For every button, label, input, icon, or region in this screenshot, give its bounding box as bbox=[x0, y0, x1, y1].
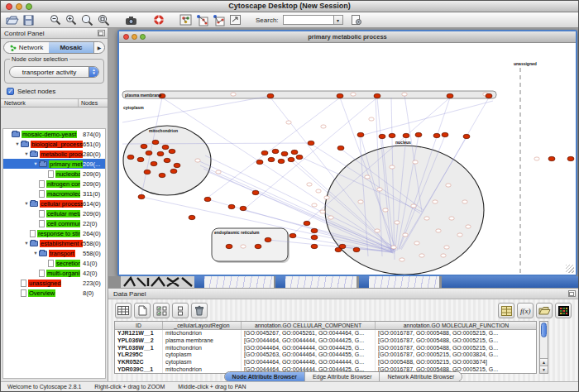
tree-item[interactable]: nucleobase-209(0) bbox=[3, 169, 105, 179]
table-cell[interactable]: [GO:0045263, GO:0044464, GO:0044455, G..… bbox=[242, 351, 376, 359]
table-cell[interactable]: [GO:0045267, GO:0045261, GO:0044464, G..… bbox=[242, 330, 376, 337]
help-lifering-icon[interactable] bbox=[153, 13, 165, 26]
tree-item[interactable]: nitrogen compo209(0) bbox=[3, 179, 105, 189]
tree-item[interactable]: response to stimul264(0) bbox=[3, 228, 105, 238]
tree-item[interactable]: multi-organism pro42(0) bbox=[3, 268, 105, 278]
tab-overflow-arrow[interactable]: ▶ bbox=[93, 42, 104, 53]
table-cell[interactable]: mitochondrion bbox=[163, 330, 242, 337]
formula-builder-icon[interactable]: f(x) bbox=[517, 303, 534, 318]
column-header[interactable]: _cellularLayoutRegion bbox=[163, 322, 242, 329]
background-window-fragment[interactable] bbox=[359, 276, 369, 288]
network-view-window[interactable]: primary metabolic process plasma membran… bbox=[117, 30, 577, 276]
background-window-fragment[interactable] bbox=[285, 276, 356, 288]
tree-item[interactable]: Overview8(0) bbox=[3, 288, 105, 298]
column-header[interactable]: ID bbox=[115, 322, 163, 329]
background-window-fragment[interactable] bbox=[121, 276, 200, 288]
tree-item[interactable]: cellular metabo209(0) bbox=[3, 208, 105, 218]
tree-item[interactable]: cell communicat22(0) bbox=[3, 218, 105, 228]
table-row[interactable]: YKR052Ccytoplasm[GO:0044464, GO:0044446,… bbox=[115, 359, 536, 366]
table-cell[interactable]: YPL036W__2 bbox=[115, 337, 163, 345]
table-cell[interactable]: [GO:0005488, GO:0005215, GO:0003674] bbox=[376, 359, 537, 366]
search-label: Search: bbox=[256, 17, 279, 24]
network-window-titlebar[interactable]: primary metabolic process bbox=[119, 31, 576, 43]
column-header[interactable]: annotation.GO CELLULAR_COMPONENT bbox=[242, 322, 376, 329]
background-window-fragment[interactable] bbox=[369, 276, 439, 288]
annotation-icon[interactable] bbox=[229, 13, 242, 26]
tree-item[interactable]: ▼metabolic process280(0) bbox=[3, 149, 105, 159]
select-attributes-icon[interactable] bbox=[153, 303, 170, 318]
tree-item[interactable]: macromolecule311(0) bbox=[3, 189, 105, 198]
table-cell[interactable]: mitochondrion bbox=[163, 345, 242, 352]
table-cell[interactable]: [GO:0016787, GO:0005488, GO:0005215, G..… bbox=[376, 330, 537, 337]
background-window-fragment[interactable] bbox=[275, 276, 285, 288]
table-row[interactable]: YPL036W__2plasma membrane[GO:0044464, GO… bbox=[115, 337, 536, 345]
tree-item[interactable]: ▼biological_process651(0) bbox=[3, 139, 105, 149]
background-window-fragment[interactable] bbox=[442, 276, 578, 288]
new-attribute-icon[interactable] bbox=[134, 303, 151, 318]
float-panel-icon[interactable] bbox=[98, 30, 105, 36]
table-cell[interactable]: YPL036W__1 bbox=[115, 345, 163, 352]
attribute-table-header[interactable]: ID_cellularLayoutRegionannotation.GO CEL… bbox=[115, 322, 536, 330]
table-cell[interactable]: YKR052C bbox=[115, 359, 163, 366]
layout-tool-icon-b[interactable] bbox=[213, 13, 225, 26]
table-vertical-scrollbar[interactable]: ▲ ▼ bbox=[539, 321, 548, 374]
table-cell[interactable]: [GO:0016787, GO:0005488, GO:0005215, G..… bbox=[376, 345, 537, 352]
tab-network-attribute-browser[interactable]: Network Attribute Browser bbox=[379, 372, 462, 381]
search-input[interactable] bbox=[283, 15, 334, 25]
tree-item[interactable]: ▼cellular process614(0) bbox=[3, 198, 105, 208]
search-options-icon[interactable] bbox=[351, 13, 362, 26]
table-cell[interactable]: plasma membrane bbox=[163, 337, 242, 345]
table-cell[interactable]: cytoplasm bbox=[163, 359, 242, 366]
resize-grip[interactable] bbox=[566, 265, 574, 273]
zoom-out-icon[interactable] bbox=[50, 13, 61, 26]
scrollbar-thumb[interactable] bbox=[541, 323, 547, 337]
tab-network[interactable]: Network bbox=[4, 42, 49, 53]
table-cell[interactable]: YJR121W__1 bbox=[115, 330, 163, 337]
open-attributes-folder-icon[interactable] bbox=[536, 303, 553, 318]
tab-edge-attribute-browser[interactable]: Edge Attribute Browser bbox=[304, 372, 380, 381]
table-cell[interactable]: cytoplasm bbox=[163, 351, 242, 359]
tab-mosaic[interactable]: Mosaic bbox=[49, 42, 93, 53]
tree-item[interactable]: ▼primary metabo209(... bbox=[3, 159, 105, 169]
open-session-button[interactable] bbox=[6, 13, 19, 26]
table-row[interactable]: YLR295Ccytoplasm[GO:0045263, GO:0044464,… bbox=[115, 351, 536, 359]
search-combobox[interactable]: ▾ bbox=[283, 15, 343, 25]
table-cell[interactable]: [GO:0044464, GO:0044444, GO:0044425, G..… bbox=[242, 337, 376, 345]
zoom-selected-icon[interactable] bbox=[81, 13, 93, 26]
tree-item[interactable]: ▼establishment of lo558(0) bbox=[3, 238, 105, 248]
delete-attribute-trash-icon[interactable] bbox=[191, 303, 208, 318]
table-cell[interactable]: [GO:0016787, GO:0005215, GO:0003824, G..… bbox=[376, 351, 537, 359]
column-header[interactable]: annotation.GO MOLECULAR_FUNCTION bbox=[376, 322, 537, 329]
table-cell[interactable]: YLR295C bbox=[115, 351, 163, 359]
table-cell[interactable]: [GO:0016787, GO:0005488, GO:0005215, G..… bbox=[376, 337, 537, 345]
select-nodes-checkbox[interactable]: ✓ bbox=[7, 88, 14, 95]
tab-node-attribute-browser[interactable]: Node Attribute Browser bbox=[225, 372, 304, 381]
scroll-up-arrow[interactable]: ▲ bbox=[540, 358, 548, 366]
attribute-table[interactable]: ID_cellularLayoutRegionannotation.GO CEL… bbox=[114, 321, 537, 374]
attribute-table-icon[interactable] bbox=[115, 303, 132, 318]
network-canvas[interactable]: plasma membranecytoplasmmitochondrionnuc… bbox=[119, 43, 576, 275]
tree-column-header[interactable]: Network Nodes bbox=[1, 98, 108, 108]
snapshot-camera-icon[interactable] bbox=[125, 13, 138, 26]
table-row[interactable]: YPL036W__1mitochondrion[GO:0044464, GO:0… bbox=[115, 345, 536, 352]
node-color-dropdown[interactable]: transporter activity ▲▼ bbox=[9, 66, 99, 78]
import-table-icon[interactable] bbox=[498, 303, 514, 318]
data-panel-float-icon[interactable] bbox=[568, 290, 576, 297]
heatmap-icon[interactable] bbox=[555, 303, 572, 318]
layout-tool-icon-a[interactable] bbox=[196, 13, 208, 26]
zoom-in-icon[interactable] bbox=[65, 13, 77, 26]
search-dropdown-arrow[interactable]: ▾ bbox=[334, 15, 343, 25]
table-cell[interactable]: [GO:0044464, GO:0044446, GO:0044444, G..… bbox=[242, 359, 376, 366]
background-window-fragment[interactable] bbox=[204, 276, 274, 288]
save-session-button[interactable] bbox=[23, 13, 35, 26]
tree-item[interactable]: ▼transport558(0) bbox=[3, 248, 105, 258]
table-row[interactable]: YJR121W__1mitochondrion[GO:0045267, GO:0… bbox=[115, 330, 536, 337]
table-cell[interactable]: [GO:0044464, GO:0044444, GO:0044425, G..… bbox=[242, 345, 376, 352]
tree-item[interactable]: unassigned223(0) bbox=[3, 278, 105, 288]
background-window-fragment[interactable] bbox=[194, 276, 204, 288]
tree-item[interactable]: mosaic-demo-yeast874(0) bbox=[3, 129, 105, 139]
vizmapper-icon[interactable] bbox=[179, 13, 192, 26]
tree-item[interactable]: secretion41(0) bbox=[3, 258, 105, 268]
zoom-fit-icon[interactable] bbox=[98, 13, 110, 26]
unselect-attributes-icon[interactable] bbox=[172, 303, 189, 318]
